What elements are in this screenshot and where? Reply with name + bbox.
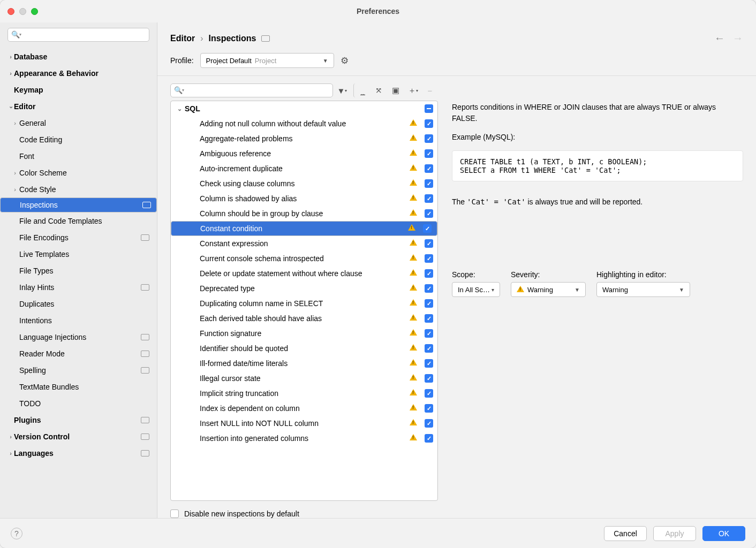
sidebar-item[interactable]: ›Code Style xyxy=(0,181,157,197)
sidebar-item[interactable]: Live Templates xyxy=(0,246,157,262)
inspection-item[interactable]: Ill-formed date/time literals xyxy=(171,356,437,371)
inspection-checkbox[interactable] xyxy=(425,314,433,323)
inspection-item[interactable]: Insert NULL into NOT NULL column xyxy=(171,416,437,431)
inspection-checkbox[interactable] xyxy=(425,389,433,398)
scope-badge-icon xyxy=(141,367,149,374)
apply-button[interactable]: Apply xyxy=(653,526,696,541)
profile-select[interactable]: Project Default Project ▼ xyxy=(200,53,334,68)
inspection-item[interactable]: Ambiguous reference xyxy=(171,146,437,161)
inspections-list[interactable]: ⌄SQLAdding not null column without defau… xyxy=(170,101,438,501)
nav-back-button[interactable]: ← xyxy=(714,32,725,44)
inspection-item[interactable]: Auto-increment duplicate xyxy=(171,161,437,176)
nav-forward-button: → xyxy=(732,32,743,44)
inspection-item[interactable]: Adding not null column without default v… xyxy=(171,116,437,131)
highlight-select[interactable]: Warning ▼ xyxy=(596,282,690,297)
sidebar-item[interactable]: Inlay Hints xyxy=(0,279,157,295)
inspection-checkbox[interactable] xyxy=(425,419,433,428)
sidebar-item[interactable]: Spelling xyxy=(0,362,157,378)
sidebar-item[interactable]: Duplicates xyxy=(0,295,157,312)
ok-button[interactable]: OK xyxy=(702,526,745,541)
sidebar-item[interactable]: Inspections xyxy=(0,197,157,212)
disable-new-checkbox[interactable] xyxy=(170,509,179,518)
inspection-item[interactable]: Insertion into generated columns xyxy=(171,431,437,446)
sidebar-item[interactable]: ›Color Scheme xyxy=(0,164,157,181)
sidebar-item[interactable]: ⌄Editor xyxy=(0,98,157,115)
sidebar-item[interactable]: File Types xyxy=(0,262,157,279)
inspection-checkbox[interactable] xyxy=(425,374,433,383)
sidebar-item[interactable]: File Encodings xyxy=(0,229,157,246)
inspection-checkbox[interactable] xyxy=(423,224,432,233)
inspection-checkbox[interactable] xyxy=(425,179,433,188)
inspection-checkbox[interactable] xyxy=(425,299,433,308)
inspection-checkbox[interactable] xyxy=(425,209,433,218)
inspection-item[interactable]: Current console schema introspected xyxy=(171,251,437,266)
sidebar-search-input[interactable] xyxy=(7,28,149,42)
sidebar-item[interactable]: ›Version Control xyxy=(0,428,157,445)
reset-icon[interactable]: ▣ xyxy=(388,83,404,97)
sidebar-item[interactable]: Keymap xyxy=(0,81,157,98)
inspection-item[interactable]: Check using clause columns xyxy=(171,176,437,191)
sidebar-item[interactable]: Reader Mode xyxy=(0,345,157,362)
breadcrumb-parent[interactable]: Editor xyxy=(170,34,195,43)
inspection-group[interactable]: ⌄SQL xyxy=(171,101,437,116)
sidebar-item[interactable]: Font xyxy=(0,148,157,164)
warning-icon xyxy=(410,239,419,248)
add-icon[interactable]: ＋▾ xyxy=(405,83,421,97)
inspection-item[interactable]: Column is shadowed by alias xyxy=(171,191,437,206)
inspections-search-input[interactable] xyxy=(170,83,333,97)
inspection-item[interactable]: Index is dependent on column xyxy=(171,401,437,416)
inspection-checkbox[interactable] xyxy=(425,284,433,293)
inspection-checkbox[interactable] xyxy=(425,194,433,203)
inspection-item[interactable]: Delete or update statement without where… xyxy=(171,266,437,281)
settings-tree[interactable]: ›Database›Appearance & BehaviorKeymap⌄Ed… xyxy=(0,47,157,518)
sidebar-item[interactable]: ›Appearance & Behavior xyxy=(0,65,157,81)
inspection-name: Constant expression xyxy=(200,239,407,248)
sidebar-item[interactable]: Intentions xyxy=(0,312,157,329)
inspection-checkbox[interactable] xyxy=(425,329,433,338)
filter-icon[interactable]: ▼▾ xyxy=(334,83,350,97)
inspection-checkbox[interactable] xyxy=(425,149,433,158)
inspection-checkbox[interactable] xyxy=(425,434,433,443)
inspection-item[interactable]: Function signature xyxy=(171,326,437,341)
inspection-checkbox[interactable] xyxy=(425,404,433,413)
inspection-name: Function signature xyxy=(200,329,407,338)
inspection-item[interactable]: Identifier should be quoted xyxy=(171,341,437,356)
sidebar-item[interactable]: ›Database xyxy=(0,48,157,65)
help-button[interactable]: ? xyxy=(11,528,22,539)
sidebar-item[interactable]: Plugins xyxy=(0,412,157,428)
remove-icon[interactable]: − xyxy=(422,83,438,97)
sidebar-item[interactable]: Code Editing xyxy=(0,131,157,148)
collapse-all-icon[interactable]: ⤧ xyxy=(371,83,387,97)
inspection-checkbox[interactable] xyxy=(425,119,433,128)
sidebar-item[interactable]: TODO xyxy=(0,395,157,412)
gear-icon[interactable]: ⚙ xyxy=(341,55,349,66)
severity-select[interactable]: Warning ▼ xyxy=(511,282,586,297)
sidebar-item[interactable]: ›General xyxy=(0,115,157,131)
inspection-item[interactable]: Each derived table should have alias xyxy=(171,311,437,326)
inspection-item[interactable]: Column should be in group by clause xyxy=(171,206,437,221)
group-checkbox[interactable] xyxy=(425,104,433,113)
sidebar-item[interactable]: File and Code Templates xyxy=(0,212,157,229)
group-label: SQL xyxy=(185,104,410,113)
warning-icon xyxy=(410,314,419,323)
inspection-checkbox[interactable] xyxy=(425,239,433,248)
inspection-checkbox[interactable] xyxy=(425,344,433,353)
inspection-item[interactable]: Constant expression xyxy=(171,236,437,251)
cancel-button[interactable]: Cancel xyxy=(604,526,647,541)
sidebar-item[interactable]: ›Languages xyxy=(0,445,157,461)
inspection-item[interactable]: Implicit string truncation xyxy=(171,386,437,401)
inspection-item[interactable]: Illegal cursor state xyxy=(171,371,437,386)
inspection-item[interactable]: Duplicating column name in SELECT xyxy=(171,296,437,311)
sidebar-item[interactable]: Language Injections xyxy=(0,329,157,345)
inspection-checkbox[interactable] xyxy=(425,254,433,263)
inspection-checkbox[interactable] xyxy=(425,359,433,368)
inspection-checkbox[interactable] xyxy=(425,134,433,143)
inspection-item[interactable]: Deprecated type xyxy=(171,281,437,296)
inspection-item[interactable]: Constant condition xyxy=(171,221,437,236)
inspection-checkbox[interactable] xyxy=(425,164,433,173)
inspection-checkbox[interactable] xyxy=(425,269,433,278)
scope-select[interactable]: In All Sc… ▾ xyxy=(452,282,500,297)
sidebar-item[interactable]: TextMate Bundles xyxy=(0,378,157,395)
expand-all-icon[interactable]: ⎯̤ xyxy=(353,83,369,97)
inspection-item[interactable]: Aggregate-related problems xyxy=(171,131,437,146)
